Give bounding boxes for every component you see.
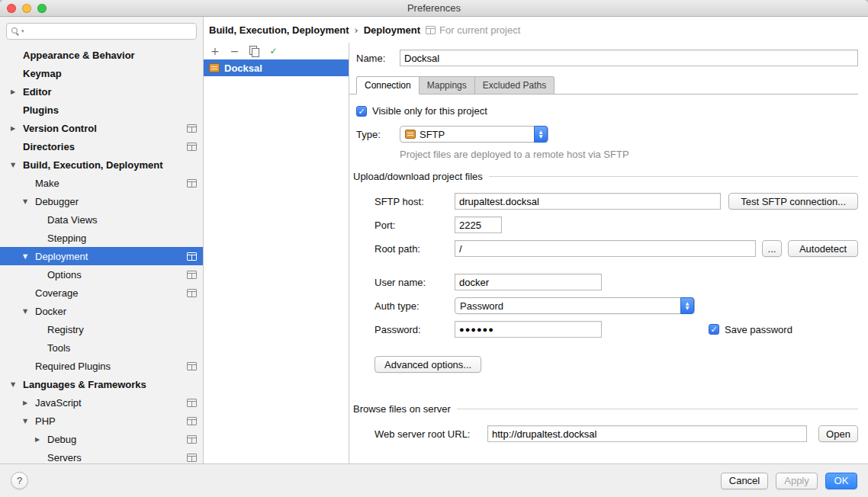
- chevron-right-icon[interactable]: [23, 399, 35, 406]
- port-input[interactable]: [455, 216, 502, 233]
- chevron-down-icon[interactable]: [23, 308, 35, 315]
- chevron-down-icon[interactable]: [23, 418, 35, 425]
- chevron-right-icon[interactable]: [11, 88, 23, 95]
- section-divider: [489, 176, 858, 177]
- name-input[interactable]: [400, 50, 858, 66]
- autodetect-button[interactable]: Autodetect: [788, 240, 858, 257]
- title-bar: Preferences: [0, 0, 868, 17]
- apply-button[interactable]: Apply: [776, 473, 818, 489]
- advanced-options-button[interactable]: Advanced options...: [375, 356, 481, 373]
- sidebar-item-javascript[interactable]: JavaScript: [0, 393, 203, 412]
- type-value: SFTP: [420, 129, 445, 140]
- browse-button[interactable]: ...: [762, 240, 782, 257]
- sidebar-item-options[interactable]: Options: [0, 265, 203, 284]
- sftp-server-icon: [209, 63, 220, 72]
- minimize-window-icon[interactable]: [22, 4, 31, 13]
- chevron-down-icon[interactable]: [11, 162, 23, 168]
- preferences-window: Preferences ▾ Appearance & Behavior Keym…: [0, 0, 868, 497]
- visible-only-checkbox[interactable]: ✓: [356, 106, 367, 117]
- server-list-panel: + − ✓ Docksal: [204, 43, 349, 463]
- copy-server-icon[interactable]: [249, 46, 259, 56]
- name-row: Name:: [356, 50, 858, 66]
- save-password-group: ✓ Save password: [709, 324, 792, 335]
- cancel-button[interactable]: Cancel: [721, 473, 768, 489]
- web-root-input[interactable]: [487, 425, 807, 442]
- open-button[interactable]: Open: [818, 425, 858, 442]
- sidebar-item-label: Docker: [35, 306, 66, 317]
- type-dropdown[interactable]: SFTP ▲▼: [400, 126, 548, 143]
- sidebar-item-stepping[interactable]: Stepping: [0, 229, 203, 247]
- chevron-down-icon[interactable]: [23, 253, 35, 260]
- server-name-label: Docksal: [224, 63, 262, 74]
- auth-type-label: Auth type:: [375, 300, 455, 312]
- test-connection-button[interactable]: Test SFTP connection...: [728, 193, 858, 210]
- server-list-toolbar: + − ✓: [204, 43, 349, 59]
- auth-type-dropdown[interactable]: Password ▲▼: [455, 297, 695, 314]
- sidebar-item-debugger[interactable]: Debugger: [0, 192, 203, 210]
- tab-mappings[interactable]: Mappings: [420, 76, 475, 95]
- sidebar-item-deployment[interactable]: Deployment: [0, 247, 203, 265]
- per-project-settings-icon: [187, 362, 197, 370]
- close-window-icon[interactable]: [7, 4, 16, 13]
- per-project-settings-icon: [187, 252, 197, 261]
- sidebar-item-build-execution-deployment[interactable]: Build, Execution, Deployment: [0, 156, 203, 174]
- sidebar-item-php[interactable]: PHP: [0, 412, 203, 430]
- dropdown-stepper-icon: ▲▼: [534, 126, 548, 143]
- sidebar-item-languages-frameworks[interactable]: Languages & Frameworks: [0, 375, 203, 393]
- settings-search-box[interactable]: ▾: [6, 23, 197, 40]
- password-input[interactable]: [455, 321, 602, 338]
- root-path-input[interactable]: [455, 240, 756, 257]
- ok-button[interactable]: OK: [825, 473, 857, 489]
- sidebar-item-editor[interactable]: Editor: [0, 82, 203, 101]
- sidebar-item-version-control[interactable]: Version Control: [0, 119, 203, 137]
- chevron-right-icon[interactable]: [11, 125, 23, 132]
- sftp-host-row: SFTP host: Test SFTP connection...: [375, 193, 858, 210]
- sidebar-item-plugins[interactable]: Plugins: [0, 101, 203, 119]
- per-project-settings-icon: [187, 417, 197, 425]
- sidebar-item-coverage[interactable]: Coverage: [0, 284, 203, 302]
- traffic-lights: [7, 4, 47, 13]
- sidebar-item-data-views[interactable]: Data Views: [0, 210, 203, 229]
- server-list-item-docksal[interactable]: Docksal: [204, 59, 349, 76]
- sidebar-item-docker[interactable]: Docker: [0, 302, 203, 320]
- chevron-right-icon[interactable]: [35, 436, 47, 443]
- add-server-icon[interactable]: +: [211, 46, 220, 56]
- sidebar-item-tools[interactable]: Tools: [0, 338, 203, 357]
- sidebar-item-label: Deployment: [35, 251, 88, 262]
- remove-server-icon[interactable]: −: [230, 46, 240, 56]
- sidebar-item-make[interactable]: Make: [0, 174, 203, 192]
- tab-excluded-paths[interactable]: Excluded Paths: [475, 76, 555, 95]
- breadcrumb-parent[interactable]: Build, Execution, Deployment: [209, 24, 349, 36]
- port-row: Port:: [375, 216, 858, 233]
- sidebar-item-label: Servers: [47, 452, 82, 463]
- save-password-checkbox[interactable]: ✓: [709, 324, 719, 335]
- sidebar-item-label: Languages & Frameworks: [23, 379, 146, 390]
- sidebar-item-debug[interactable]: Debug: [0, 430, 203, 448]
- scope-text: For current project: [439, 24, 520, 36]
- zoom-window-icon[interactable]: [37, 4, 47, 13]
- sidebar-item-directories[interactable]: Directories: [0, 137, 203, 156]
- sidebar-item-keymap[interactable]: Keymap: [0, 64, 203, 82]
- search-history-caret-icon[interactable]: ▾: [21, 28, 24, 34]
- breadcrumb-bar: Build, Execution, Deployment › Deploymen…: [204, 17, 868, 43]
- sidebar-item-appearance-behavior[interactable]: Appearance & Behavior: [0, 46, 203, 64]
- settings-search-input[interactable]: [26, 24, 191, 38]
- sidebar-item-label: Appearance & Behavior: [23, 50, 135, 61]
- sidebar-item-label: JavaScript: [35, 397, 82, 409]
- tab-connection[interactable]: Connection: [356, 76, 420, 95]
- dropdown-stepper-icon: ▲▼: [680, 297, 694, 314]
- use-as-default-icon[interactable]: ✓: [269, 46, 277, 56]
- help-button[interactable]: ?: [11, 472, 28, 489]
- advanced-options-row: Advanced options...: [375, 356, 858, 373]
- sftp-host-input[interactable]: [455, 193, 721, 210]
- sidebar-item-registry[interactable]: Registry: [0, 320, 203, 338]
- root-path-label: Root path:: [375, 243, 455, 255]
- sidebar-item-servers[interactable]: Servers: [0, 448, 203, 463]
- chevron-down-icon[interactable]: [11, 381, 23, 388]
- user-name-input[interactable]: [455, 274, 602, 290]
- sidebar-item-label: Debug: [47, 434, 76, 445]
- project-scope-label: For current project: [426, 24, 520, 36]
- sidebar-item-label: PHP: [35, 415, 56, 427]
- chevron-down-icon[interactable]: [23, 198, 35, 205]
- sidebar-item-required-plugins[interactable]: Required Plugins: [0, 357, 203, 375]
